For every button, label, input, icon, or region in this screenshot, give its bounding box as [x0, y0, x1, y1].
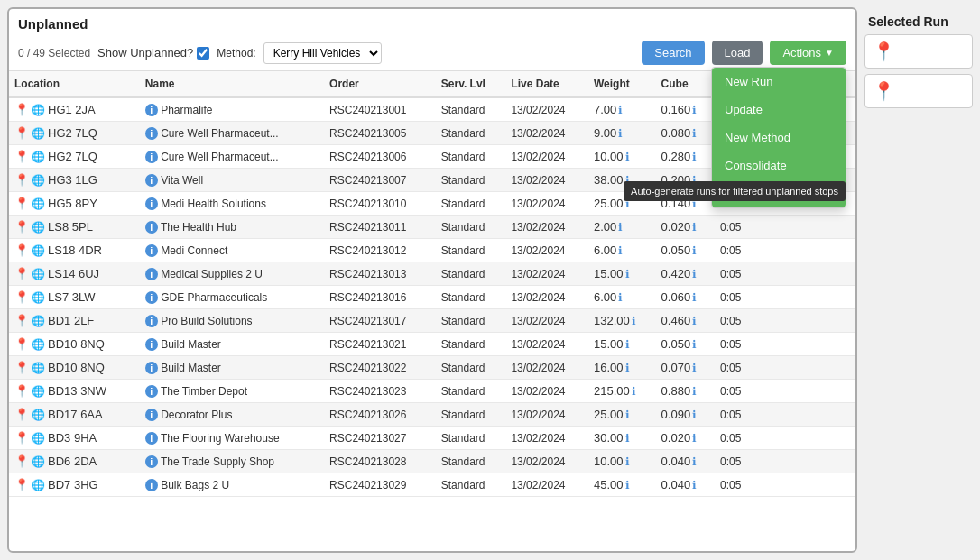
info-icon[interactable]: i: [145, 244, 158, 257]
consolidate-item[interactable]: Consolidate: [712, 151, 846, 179]
cube-info-icon[interactable]: ℹ: [692, 455, 697, 468]
globe-icon: 🌐: [32, 338, 45, 351]
cell-on-site: 0:05: [715, 216, 777, 239]
table-row[interactable]: 📍 🌐 BD6 2DA i The Trade Supply Shop RSC2…: [9, 450, 855, 473]
table-row[interactable]: 📍 🌐 BD17 6AA i Decorator Plus RSC2402130…: [9, 403, 855, 427]
cell-order: RSC240213016: [324, 286, 436, 309]
info-icon[interactable]: i: [145, 409, 158, 421]
col-serv-lvl: Serv. Lvl: [436, 71, 506, 97]
info-icon[interactable]: i: [145, 174, 158, 187]
globe-icon: 🌐: [32, 291, 45, 304]
info-icon[interactable]: i: [145, 127, 158, 140]
globe-icon: 🌐: [32, 104, 45, 116]
col-live-date: Live Date: [505, 71, 588, 97]
cell-eta-etd: [777, 450, 855, 473]
cell-live-date: 13/02/2024: [505, 97, 588, 122]
info-icon[interactable]: i: [145, 315, 158, 327]
weight-info-icon[interactable]: ℹ: [625, 362, 630, 374]
table-row[interactable]: 📍 🌐 LS14 6UJ i Medical Supplies 2 U RSC2…: [9, 262, 855, 286]
cell-serv-lvl: Standard: [436, 450, 506, 473]
cube-info-icon[interactable]: ℹ: [692, 362, 697, 374]
update-item[interactable]: Update: [712, 96, 846, 124]
new-method-item[interactable]: New Method: [712, 124, 846, 151]
location-value: BD17 6AA: [48, 408, 103, 421]
cell-order: RSC240213007: [324, 169, 436, 192]
cube-info-icon[interactable]: ℹ: [692, 479, 697, 491]
cell-eta-etd: [777, 333, 855, 356]
weight-info-icon[interactable]: ℹ: [625, 432, 630, 445]
cube-info-icon[interactable]: ℹ: [692, 221, 697, 234]
weight-info-icon[interactable]: ℹ: [625, 479, 630, 491]
info-icon[interactable]: i: [145, 479, 158, 491]
table-row[interactable]: 📍 🌐 BD10 8NQ i Build Master RSC240213021…: [9, 333, 855, 356]
weight-value: 15.00: [594, 267, 624, 280]
cube-value: 0.020: [661, 431, 691, 445]
cell-location: 📍 🌐 HG5 8PY: [9, 192, 140, 216]
cell-on-site: 0:05: [715, 239, 777, 262]
info-icon[interactable]: i: [145, 362, 158, 374]
info-icon[interactable]: i: [145, 268, 158, 280]
info-icon[interactable]: i: [145, 151, 158, 163]
info-icon[interactable]: i: [145, 385, 158, 398]
info-icon[interactable]: i: [145, 221, 158, 234]
weight-value: 215.00: [594, 384, 630, 398]
cube-info-icon[interactable]: ℹ: [692, 151, 697, 163]
cube-info-icon[interactable]: ℹ: [692, 338, 697, 351]
info-icon[interactable]: i: [145, 291, 158, 304]
info-icon[interactable]: i: [145, 104, 158, 116]
cube-info-icon[interactable]: ℹ: [692, 127, 697, 140]
method-select[interactable]: Kerry Hill Vehicles Option 2: [263, 42, 382, 64]
table-row[interactable]: 📍 🌐 BD13 3NW i The Timber Depot RSC24021…: [9, 380, 855, 403]
cell-serv-lvl: Standard: [436, 403, 506, 427]
weight-info-icon[interactable]: ℹ: [625, 151, 630, 163]
cube-info-icon[interactable]: ℹ: [692, 409, 697, 421]
cube-info-icon[interactable]: ℹ: [692, 268, 697, 280]
table-row[interactable]: 📍 🌐 BD1 2LF i Pro Build Solutions RSC240…: [9, 309, 855, 333]
cell-live-date: 13/02/2024: [505, 262, 588, 286]
weight-info-icon[interactable]: ℹ: [618, 127, 623, 140]
pin-icon: 📍: [14, 150, 29, 163]
cell-name: i Decorator Plus: [140, 403, 324, 427]
weight-info-icon[interactable]: ℹ: [632, 315, 636, 327]
weight-info-icon[interactable]: ℹ: [618, 221, 623, 234]
cube-info-icon[interactable]: ℹ: [692, 104, 697, 116]
table-row[interactable]: 📍 🌐 BD7 3HG i Bulk Bags 2 U RSC240213029…: [9, 473, 855, 497]
info-icon[interactable]: i: [145, 338, 158, 351]
info-icon[interactable]: i: [145, 197, 158, 210]
new-run-item[interactable]: New Run: [712, 68, 846, 96]
weight-info-icon[interactable]: ℹ: [625, 338, 630, 351]
cell-weight: 215.00 ℹ: [588, 380, 656, 403]
cell-cube: 0.060 ℹ: [656, 286, 715, 309]
weight-info-icon[interactable]: ℹ: [625, 409, 630, 421]
table-row[interactable]: 📍 🌐 LS18 4DR i Medi Connect RSC240213012…: [9, 239, 855, 262]
weight-info-icon[interactable]: ℹ: [618, 244, 623, 257]
search-button[interactable]: Search: [642, 41, 704, 65]
cube-value: 0.090: [661, 408, 691, 421]
weight-info-icon[interactable]: ℹ: [618, 291, 623, 304]
globe-icon: 🌐: [32, 244, 45, 257]
weight-info-icon[interactable]: ℹ: [618, 104, 623, 116]
cell-on-site: 0:05: [715, 286, 777, 309]
info-icon[interactable]: i: [145, 432, 158, 445]
cell-location: 📍 🌐 BD13 3NW: [9, 380, 140, 403]
weight-info-icon[interactable]: ℹ: [632, 385, 636, 398]
info-icon[interactable]: i: [145, 455, 158, 468]
pin-icon: 📍: [14, 173, 29, 187]
table-row[interactable]: 📍 🌐 BD3 9HA i The Flooring Warehouse RSC…: [9, 427, 855, 450]
cube-info-icon[interactable]: ℹ: [692, 385, 697, 398]
table-row[interactable]: 📍 🌐 LS7 3LW i GDE Pharmaceuticals RSC240…: [9, 286, 855, 309]
table-row[interactable]: 📍 🌐 BD10 8NQ i Build Master RSC240213022…: [9, 356, 855, 380]
cube-info-icon[interactable]: ℹ: [692, 244, 697, 257]
cube-info-icon[interactable]: ℹ: [692, 291, 697, 304]
actions-button[interactable]: Actions ▼: [770, 41, 846, 65]
weight-info-icon[interactable]: ℹ: [625, 455, 630, 468]
cube-info-icon[interactable]: ℹ: [692, 315, 697, 327]
load-button[interactable]: Load: [712, 41, 763, 65]
cell-name: i Medi Connect: [140, 239, 324, 262]
show-unplanned-checkbox[interactable]: [197, 47, 209, 60]
cube-info-icon[interactable]: ℹ: [692, 432, 697, 445]
cell-cube: 0.020 ℹ: [656, 216, 715, 239]
weight-info-icon[interactable]: ℹ: [625, 268, 630, 280]
table-row[interactable]: 📍 🌐 LS8 5PL i The Health Hub RSC24021301…: [9, 216, 855, 239]
cell-cube: 0.280 ℹ: [656, 145, 715, 169]
